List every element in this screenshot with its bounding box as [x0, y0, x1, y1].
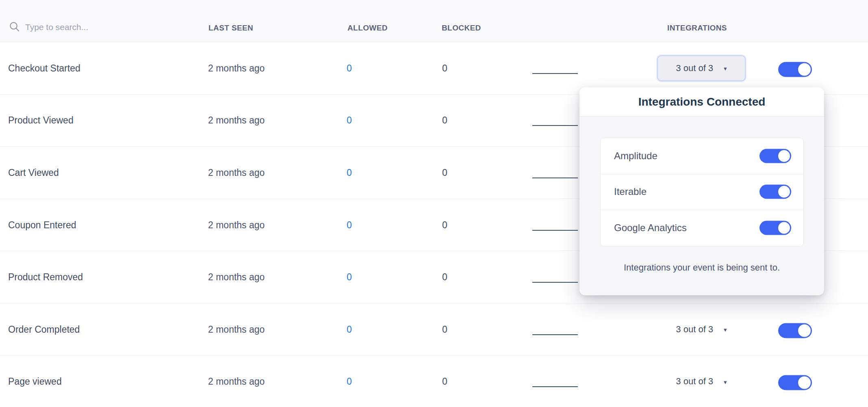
- blocked-count: 0: [442, 376, 447, 387]
- integrations-dropdown-label: 3 out of 3: [676, 324, 713, 335]
- integration-row: Iterable: [601, 174, 803, 210]
- popover-header: Integrations Connected: [579, 87, 824, 117]
- table-row: Order Completed 2 months ago 0 0 3 out o…: [0, 303, 868, 356]
- event-name: Cart Viewed: [8, 167, 59, 178]
- allowed-count-link[interactable]: 0: [347, 272, 352, 283]
- blocked-count: 0: [442, 167, 447, 178]
- event-name: Product Viewed: [8, 115, 74, 126]
- integration-toggle[interactable]: [760, 185, 791, 199]
- toggle-knob: [778, 150, 790, 162]
- integrations-dropdown-label: 3 out of 3: [676, 376, 713, 387]
- integration-label: Amplitude: [614, 150, 658, 162]
- toggle-knob: [778, 222, 790, 234]
- blocked-count: 0: [442, 324, 447, 335]
- activity-sparkline: [532, 386, 578, 387]
- last-seen-value: 2 months ago: [208, 219, 265, 230]
- integration-row: Google Analytics: [601, 210, 803, 246]
- toggle-knob: [798, 63, 811, 76]
- integration-toggle[interactable]: [760, 149, 791, 163]
- chevron-down-icon: ▾: [724, 327, 727, 333]
- event-name: Page viewed: [8, 376, 62, 387]
- allowed-count-link[interactable]: 0: [347, 324, 352, 335]
- activity-sparkline: [532, 282, 578, 283]
- blocked-count: 0: [442, 272, 447, 283]
- event-name: Product Removed: [8, 272, 83, 283]
- column-header-integrations: INTEGRATIONS: [667, 24, 727, 32]
- event-name: Order Completed: [8, 324, 80, 335]
- integrations-list: Amplitude Iterable Google Analytics: [600, 138, 804, 247]
- event-name: Checkout Started: [8, 63, 80, 74]
- last-seen-value: 2 months ago: [208, 376, 265, 387]
- integrations-dropdown-label: 3 out of 3: [676, 63, 713, 74]
- events-table-page: LAST SEEN ALLOWED BLOCKED INTEGRATIONS C…: [0, 0, 868, 407]
- table-header: LAST SEEN ALLOWED BLOCKED INTEGRATIONS: [0, 0, 868, 42]
- allowed-count-link[interactable]: 0: [347, 167, 352, 178]
- integrations-dropdown[interactable]: 3 out of 3 ▾: [657, 368, 746, 394]
- integration-toggle[interactable]: [760, 221, 791, 235]
- integrations-dropdown[interactable]: 3 out of 3 ▾: [657, 316, 746, 342]
- activity-sparkline: [532, 334, 578, 335]
- toggle-knob: [798, 324, 811, 337]
- integration-label: Iterable: [614, 186, 647, 197]
- last-seen-value: 2 months ago: [208, 167, 265, 178]
- column-header-blocked: BLOCKED: [442, 24, 481, 32]
- table-row: Page viewed 2 months ago 0 0 3 out of 3 …: [0, 356, 868, 407]
- event-name: Coupon Entered: [8, 219, 76, 230]
- integrations-popover: Integrations Connected Amplitude Iterabl…: [579, 87, 824, 295]
- toggle-knob: [798, 377, 811, 389]
- blocked-count: 0: [442, 219, 447, 230]
- last-seen-value: 2 months ago: [208, 63, 265, 74]
- activity-sparkline: [532, 178, 578, 178]
- event-toggle[interactable]: [778, 375, 812, 390]
- activity-sparkline: [532, 73, 578, 74]
- search-icon: [9, 21, 20, 32]
- table-row: Checkout Started 2 months ago 0 0 3 out …: [0, 42, 868, 95]
- column-header-allowed: ALLOWED: [347, 24, 388, 32]
- activity-sparkline: [532, 230, 578, 231]
- chevron-down-icon: ▾: [724, 379, 727, 385]
- activity-sparkline: [532, 125, 578, 126]
- blocked-count: 0: [442, 115, 447, 126]
- integration-row: Amplitude: [601, 138, 803, 174]
- integrations-dropdown[interactable]: 3 out of 3 ▾: [657, 55, 746, 81]
- popover-title: Integrations Connected: [638, 95, 766, 108]
- toggle-knob: [778, 186, 790, 198]
- column-header-last-seen: LAST SEEN: [208, 24, 253, 32]
- blocked-count: 0: [442, 63, 447, 74]
- last-seen-value: 2 months ago: [208, 115, 265, 126]
- allowed-count-link[interactable]: 0: [347, 219, 352, 230]
- integration-label: Google Analytics: [614, 222, 687, 234]
- popover-caption: Integrations your event is being sent to…: [579, 262, 824, 273]
- allowed-count-link[interactable]: 0: [347, 376, 352, 387]
- allowed-count-link[interactable]: 0: [347, 63, 352, 74]
- event-toggle[interactable]: [778, 323, 812, 338]
- last-seen-value: 2 months ago: [208, 324, 265, 335]
- allowed-count-link[interactable]: 0: [347, 115, 352, 126]
- search-input[interactable]: [25, 20, 147, 34]
- chevron-down-icon: ▾: [724, 65, 727, 71]
- event-toggle[interactable]: [778, 62, 812, 77]
- last-seen-value: 2 months ago: [208, 272, 265, 283]
